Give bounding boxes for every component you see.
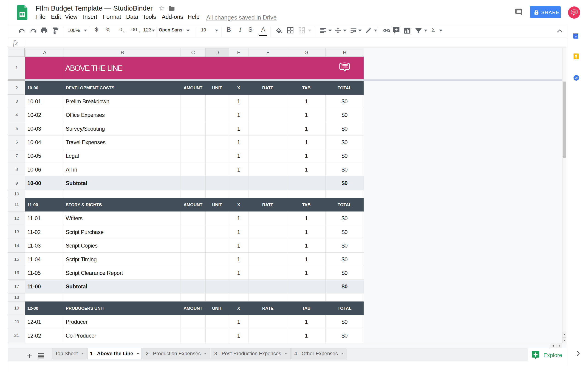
- svg-text:31: 31: [575, 35, 577, 38]
